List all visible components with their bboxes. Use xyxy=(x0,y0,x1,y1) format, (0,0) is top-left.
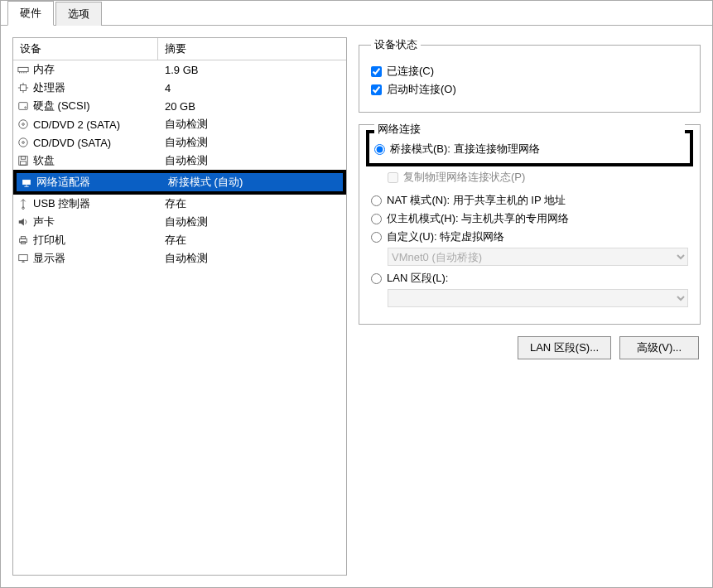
device-row[interactable]: 网络适配器桥接模式 (自动) xyxy=(17,173,343,191)
device-status-legend: 设备状态 xyxy=(371,37,421,52)
tab-hardware[interactable]: 硬件 xyxy=(7,1,54,26)
replicate-checkbox xyxy=(388,172,398,183)
bridged-label: 桥接模式(B): 直接连接物理网络 xyxy=(390,142,540,157)
svg-point-11 xyxy=(25,107,26,108)
device-name: 打印机 xyxy=(33,233,65,248)
nat-radio[interactable] xyxy=(371,195,382,206)
svg-rect-10 xyxy=(19,103,28,110)
list-header: 设备 摘要 xyxy=(13,38,346,60)
lanseg-label: LAN 区段(L): xyxy=(387,271,448,286)
device-row[interactable]: CD/DVD (SATA)自动检测 xyxy=(13,133,346,152)
nat-label: NAT 模式(N): 用于共享主机的 IP 地址 xyxy=(387,193,566,208)
custom-network-select: VMnet0 (自动桥接) xyxy=(388,248,688,266)
svg-rect-0 xyxy=(18,67,28,71)
device-summary: 20 GB xyxy=(158,100,346,113)
col-header-device[interactable]: 设备 xyxy=(13,38,158,60)
network-connection-group: 网络连接 桥接模式(B): 直接连接物理网络 复制物理网络连接状态(P) NAT… xyxy=(359,124,701,325)
device-name: CD/DVD 2 (SATA) xyxy=(33,118,120,131)
connect-poweron-label: 启动时连接(O) xyxy=(387,82,456,97)
device-summary: 4 xyxy=(158,82,346,94)
connected-label: 已连接(C) xyxy=(387,64,434,79)
device-summary: 存在 xyxy=(158,196,346,211)
svg-rect-18 xyxy=(21,161,26,165)
custom-radio[interactable] xyxy=(371,232,382,243)
device-summary: 存在 xyxy=(158,233,346,248)
cpu-icon xyxy=(17,81,30,94)
device-name: 网络适配器 xyxy=(36,175,90,190)
svg-rect-17 xyxy=(21,157,25,160)
replicate-label: 复制物理网络连接状态(P) xyxy=(403,170,525,185)
svg-rect-26 xyxy=(21,237,25,239)
col-header-summary[interactable]: 摘要 xyxy=(158,38,346,60)
display-icon xyxy=(17,252,30,265)
device-name: 声卡 xyxy=(33,214,55,229)
highlight-box-device: 网络适配器桥接模式 (自动) xyxy=(13,170,346,195)
device-summary: 自动检测 xyxy=(158,251,346,266)
lan-segments-button[interactable]: LAN 区段(S)... xyxy=(518,336,611,359)
cd-icon xyxy=(17,118,30,131)
device-row[interactable]: CD/DVD 2 (SATA)自动检测 xyxy=(13,115,346,133)
sound-icon xyxy=(17,215,30,229)
lanseg-select xyxy=(388,289,688,307)
device-name: 硬盘 (SCSI) xyxy=(33,99,90,113)
tab-options[interactable]: 选项 xyxy=(55,2,102,26)
connected-checkbox[interactable] xyxy=(371,66,382,77)
floppy-icon xyxy=(17,154,30,167)
device-summary: 自动检测 xyxy=(158,153,346,168)
device-name: 显示器 xyxy=(33,251,65,266)
device-row[interactable]: USB 控制器存在 xyxy=(13,195,346,213)
device-summary: 自动检测 xyxy=(158,117,346,132)
device-name: USB 控制器 xyxy=(33,196,90,211)
device-name: 处理器 xyxy=(33,80,65,95)
svg-point-15 xyxy=(22,142,25,144)
svg-point-14 xyxy=(19,138,28,147)
device-summary: 自动检测 xyxy=(158,214,346,229)
device-name: 软盘 xyxy=(33,153,55,168)
device-name: CD/DVD (SATA) xyxy=(33,137,111,149)
custom-label: 自定义(U): 特定虚拟网络 xyxy=(387,229,504,244)
device-status-group: 设备状态 已连接(C) 启动时连接(O) xyxy=(359,37,701,113)
advanced-button[interactable]: 高级(V)... xyxy=(619,336,699,359)
svg-rect-19 xyxy=(23,180,31,184)
connect-poweron-checkbox[interactable] xyxy=(371,84,382,95)
device-summary: 自动检测 xyxy=(158,135,346,150)
memory-icon xyxy=(17,63,30,76)
network-icon xyxy=(20,176,33,189)
device-row[interactable]: 软盘自动检测 xyxy=(13,152,346,170)
device-row[interactable]: 内存1.9 GB xyxy=(13,60,346,79)
hostonly-label: 仅主机模式(H): 与主机共享的专用网络 xyxy=(387,211,569,226)
printer-icon xyxy=(17,234,30,247)
device-row[interactable]: 声卡自动检测 xyxy=(13,213,346,231)
svg-point-13 xyxy=(22,123,25,126)
device-row[interactable]: 打印机存在 xyxy=(13,231,346,249)
device-name: 内存 xyxy=(33,62,55,77)
tabstrip: 硬件 选项 xyxy=(1,1,712,26)
device-row[interactable]: 处理器4 xyxy=(13,79,346,97)
disk-icon xyxy=(17,99,30,113)
device-list: 设备 摘要 内存1.9 GB处理器4硬盘 (SCSI)20 GBCD/DVD 2… xyxy=(12,37,347,576)
device-summary: 1.9 GB xyxy=(158,64,346,76)
hostonly-radio[interactable] xyxy=(371,214,382,224)
network-legend: 网络连接 xyxy=(374,122,685,137)
highlight-box-network: 网络连接 桥接模式(B): 直接连接物理网络 xyxy=(366,130,693,166)
svg-point-12 xyxy=(19,120,28,129)
device-row[interactable]: 显示器自动检测 xyxy=(13,249,346,267)
usb-icon xyxy=(17,197,30,210)
device-summary: 桥接模式 (自动) xyxy=(161,175,343,190)
svg-rect-28 xyxy=(19,255,28,261)
device-row[interactable]: 硬盘 (SCSI)20 GB xyxy=(13,97,346,115)
lanseg-radio[interactable] xyxy=(371,273,382,284)
svg-marker-24 xyxy=(19,219,24,226)
bridged-radio[interactable] xyxy=(374,144,385,155)
svg-rect-5 xyxy=(21,85,26,91)
cd-icon xyxy=(17,136,30,149)
